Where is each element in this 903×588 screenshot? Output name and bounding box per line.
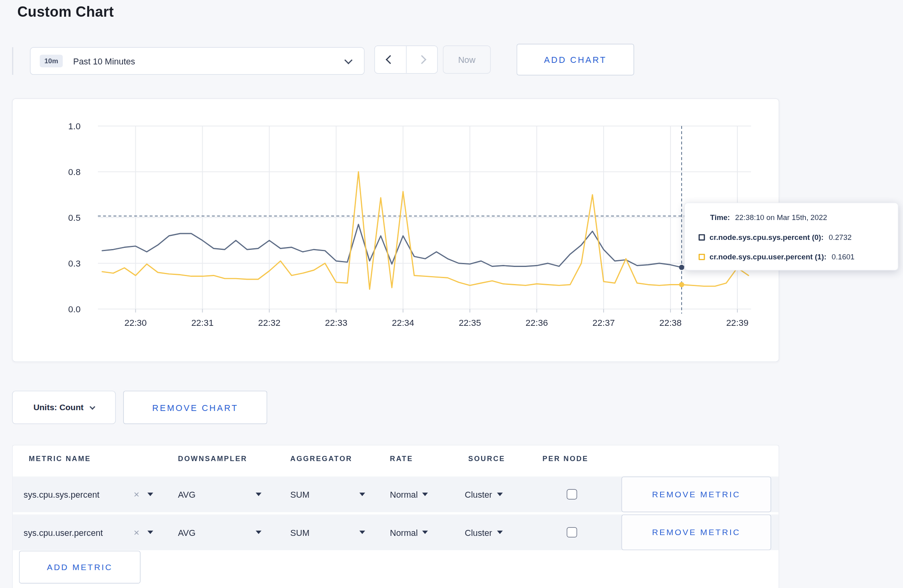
column-header-downsampler: DOWNSAMPLER [178,455,247,463]
aggregator-select[interactable]: SUM [290,514,365,550]
tooltip-series-label: cr.node.sys.cpu.user.percent (1): [710,253,827,261]
downsampler-value: AVG [178,489,195,499]
remove-metric-button[interactable]: REMOVE METRIC [622,477,771,512]
units-label: Units: Count [33,403,84,412]
svg-text:22:39: 22:39 [726,318,749,328]
tooltip-series-value: 0.1601 [832,253,855,261]
time-range-badge: 10m [40,55,63,67]
remove-metric-button[interactable]: REMOVE METRIC [622,514,771,550]
tooltip-time-value: 22:38:10 on Mar 15th, 2022 [735,213,827,222]
per-node-checkbox[interactable] [567,489,577,500]
caret-down-icon [256,531,261,534]
metric-name-select[interactable]: sys.cpu.user.percent × [23,514,153,550]
chart-tooltip: Time: 22:38:10 on Mar 15th, 2022 cr.node… [684,202,898,271]
custom-chart-page: Custom Chart 10m Past 10 Minutes Now ADD… [0,0,903,588]
downsampler-value: AVG [178,528,195,537]
source-value: Cluster [465,489,492,499]
rate-value: Normal [390,528,418,537]
units-dropdown[interactable]: Units: Count [12,391,115,424]
metrics-table-header: METRIC NAME DOWNSAMPLER AGGREGATOR RATE … [13,446,779,473]
caret-down-icon [422,493,428,496]
tooltip-series-row: cr.node.sys.cpu.user.percent (1): 0.1601 [699,253,889,261]
svg-text:22:31: 22:31 [191,318,213,328]
aggregator-value: SUM [290,489,309,499]
caret-down-icon [147,531,153,534]
caret-down-icon [497,493,502,496]
time-range-label: Past 10 Minutes [73,56,346,66]
column-header-aggregator: AGGREGATOR [290,455,352,463]
tooltip-series-row: cr.node.sys.cpu.sys.percent (0): 0.2732 [699,233,889,241]
svg-text:22:34: 22:34 [392,318,414,328]
svg-text:22:37: 22:37 [592,318,615,328]
column-header-metric-name: METRIC NAME [29,455,91,463]
tooltip-time-label: Time: [710,213,730,222]
column-header-per-node: PER NODE [543,455,588,463]
aggregator-select[interactable]: SUM [290,477,365,512]
add-metric-button[interactable]: ADD METRIC [19,551,141,583]
svg-text:0.3: 0.3 [68,259,80,269]
svg-text:0.8: 0.8 [68,167,80,177]
chevron-right-icon [417,55,426,64]
caret-down-icon [147,493,153,496]
svg-text:22:38: 22:38 [659,318,682,328]
rate-select[interactable]: Normal [390,514,428,550]
svg-text:22:32: 22:32 [258,318,280,328]
downsampler-select[interactable]: AVG [178,477,262,512]
svg-text:22:33: 22:33 [325,318,347,328]
svg-text:0.5: 0.5 [68,213,80,223]
caret-down-icon [256,493,261,496]
downsampler-select[interactable]: AVG [178,514,262,550]
square-outline-swatch-user [699,254,705,260]
source-select[interactable]: Cluster [465,477,502,512]
source-value: Cluster [465,528,492,537]
clear-metric-icon[interactable]: × [134,489,139,499]
remove-chart-button[interactable]: REMOVE CHART [123,391,268,424]
clear-metric-icon[interactable]: × [134,528,139,537]
metric-name-value: sys.cpu.sys.percent [23,489,100,499]
per-node-checkbox[interactable] [567,527,577,537]
now-button[interactable]: Now [443,45,491,74]
chart-card: 0.00.30.50.81.022:3022:3122:3222:3322:34… [12,98,779,362]
svg-text:0.0: 0.0 [68,304,80,314]
svg-text:1.0: 1.0 [68,121,80,131]
tooltip-series-value: 0.2732 [829,233,852,241]
chevron-left-icon [386,55,395,64]
metric-name-value: sys.cpu.user.percent [23,528,103,537]
rate-value: Normal [390,489,418,499]
caret-down-icon [360,493,365,496]
tooltip-time-row: Time: 22:38:10 on Mar 15th, 2022 [699,213,889,222]
caret-down-icon [497,531,502,534]
toolbar-divider [12,47,13,75]
tooltip-series-label: cr.node.sys.cpu.sys.percent (0): [710,233,823,241]
prev-time-window-button[interactable] [375,46,406,73]
time-window-nav [374,45,438,74]
svg-text:22:36: 22:36 [526,318,548,328]
square-outline-swatch-sys [699,234,705,240]
time-range-dropdown[interactable]: 10m Past 10 Minutes [30,47,364,75]
add-chart-button[interactable]: ADD CHART [517,44,634,76]
page-title: Custom Chart [17,4,114,20]
svg-text:22:30: 22:30 [124,318,147,328]
metric-name-select[interactable]: sys.cpu.sys.percent × [23,477,153,512]
source-select[interactable]: Cluster [465,514,502,550]
column-header-rate: RATE [390,455,413,463]
line-chart[interactable]: 0.00.30.50.81.022:3022:3122:3222:3322:34… [13,99,780,362]
chevron-down-icon [344,56,352,64]
aggregator-value: SUM [290,528,309,537]
metric-row: sys.cpu.sys.percent × AVG SUM Normal Clu… [13,477,779,512]
next-time-window-button[interactable] [406,46,437,73]
chevron-down-icon [90,404,95,409]
column-header-source: SOURCE [468,455,505,463]
svg-text:22:35: 22:35 [459,318,481,328]
rate-select[interactable]: Normal [390,477,428,512]
caret-down-icon [422,531,428,534]
metric-row: sys.cpu.user.percent × AVG SUM Normal Cl… [13,514,779,550]
caret-down-icon [360,531,365,534]
